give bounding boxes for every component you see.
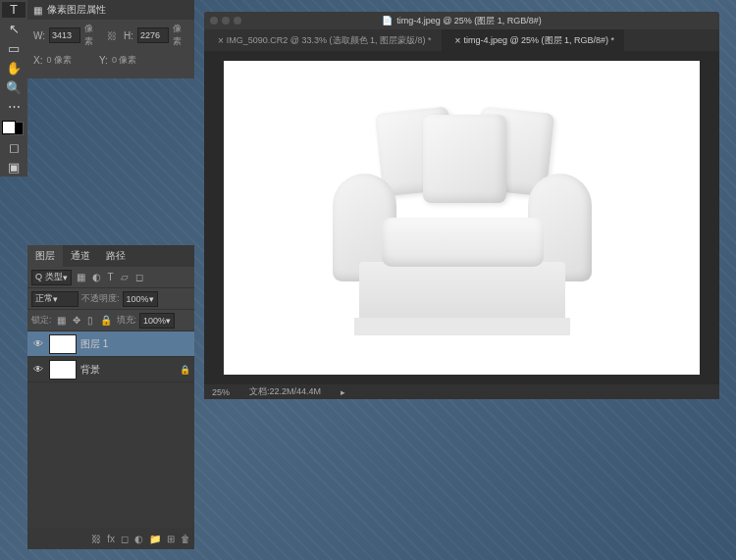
height-input[interactable] (137, 27, 169, 43)
close-dot-icon[interactable] (210, 17, 218, 25)
tools-toolbar: T ↖ ▭ ✋ 🔍 ⋯ ◻ ▣ (0, 0, 27, 177)
layer-row[interactable]: 👁 图层 1 (27, 331, 194, 357)
color-swatches[interactable] (2, 121, 24, 136)
layers-panel: 图层 通道 路径 Q 类型 ▾ ▦ ◐ T ▱ ◻ 正常 ▾ 不透明度: 100… (27, 245, 194, 549)
layer-mask-icon[interactable]: ◻ (121, 534, 129, 544)
layer-row[interactable]: 👁 背景 🔒 (27, 357, 194, 382)
opacity-label: 不透明度: (81, 292, 120, 305)
lock-icon: 🔒 (180, 365, 190, 375)
width-input[interactable] (49, 27, 80, 43)
x-value: 0 像素 (46, 54, 72, 67)
visibility-icon[interactable]: 👁 (31, 364, 45, 375)
visibility-icon[interactable]: 👁 (31, 338, 45, 349)
width-unit: 像素 (84, 23, 100, 48)
new-layer-icon[interactable]: ⊞ (167, 534, 175, 544)
lock-label: 锁定: (31, 314, 52, 327)
layer-list: 👁 图层 1 👁 背景 🔒 (27, 331, 194, 528)
text-tool[interactable]: T (2, 2, 26, 18)
lock-pixels-icon[interactable]: ▦ (55, 315, 68, 326)
document-icon: 📄 (382, 16, 393, 25)
tab-channels[interactable]: 通道 (63, 245, 98, 267)
minimize-dot-icon[interactable] (222, 17, 230, 25)
blend-mode-select[interactable]: 正常 ▾ (31, 291, 79, 307)
tab-label: IMG_5090.CR2 @ 33.3% (选取颜色 1, 图层蒙版/8) * (227, 34, 432, 47)
height-unit: 像素 (173, 23, 188, 48)
pixel-layer-icon: ▦ (33, 5, 42, 16)
close-icon[interactable]: × (455, 35, 461, 46)
statusbar-chevron-icon[interactable]: ▸ (341, 387, 345, 397)
delete-layer-icon[interactable]: 🗑 (181, 534, 190, 544)
adjustment-layer-icon[interactable]: ◐ (134, 534, 143, 544)
hand-tool[interactable]: ✋ (2, 60, 26, 76)
y-label: Y: (99, 55, 108, 66)
filter-smart-icon[interactable]: ◻ (133, 272, 145, 282)
close-icon[interactable]: × (218, 35, 224, 46)
layers-footer: ⛓ fx ◻ ◐ 📁 ⊞ 🗑 (27, 528, 194, 549)
fill-input[interactable]: 100% ▾ (139, 313, 175, 329)
height-label: H: (124, 30, 133, 41)
canvas[interactable] (224, 61, 700, 375)
lock-artboard-icon[interactable]: ▯ (85, 315, 95, 326)
document-size: 文档:22.2M/44.4M (249, 385, 321, 398)
fill-label: 填充: (117, 314, 137, 327)
zoom-tool[interactable]: 🔍 (2, 79, 26, 95)
layer-thumbnail[interactable] (49, 360, 77, 380)
layer-name: 背景 (80, 363, 100, 377)
tab-paths[interactable]: 路径 (98, 245, 133, 267)
shape-tool[interactable]: ▭ (2, 41, 26, 57)
tab-layers[interactable]: 图层 (27, 245, 63, 267)
zoom-level[interactable]: 25% (212, 387, 230, 397)
kind-filter[interactable]: Q 类型 ▾ (31, 270, 72, 285)
quick-mask-icon[interactable]: ◻ (2, 139, 26, 155)
layer-name: 图层 1 (80, 337, 108, 351)
sofa-image (325, 100, 600, 335)
status-bar: 25% 文档:22.2M/44.4M ▸ (204, 384, 719, 399)
tab-label: timg-4.jpeg @ 25% (图层 1, RGB/8#) * (463, 34, 614, 47)
link-layers-icon[interactable]: ⛓ (91, 534, 101, 544)
window-title: timg-4.jpeg @ 25% (图层 1, RGB/8#) (396, 15, 542, 27)
document-tab[interactable]: × IMG_5090.CR2 @ 33.3% (选取颜色 1, 图层蒙版/8) … (204, 29, 442, 51)
document-tabs: × IMG_5090.CR2 @ 33.3% (选取颜色 1, 图层蒙版/8) … (204, 29, 719, 51)
opacity-input[interactable]: 100% ▾ (123, 291, 158, 307)
edit-toolbar-icon[interactable]: ⋯ (2, 99, 26, 115)
screen-mode-icon[interactable]: ▣ (2, 159, 26, 175)
filter-type-icon[interactable]: T (106, 272, 116, 282)
window-titlebar[interactable]: 📄 timg-4.jpeg @ 25% (图层 1, RGB/8#) (204, 12, 719, 29)
layer-thumbnail[interactable] (49, 334, 77, 354)
x-label: X: (33, 55, 42, 66)
lock-all-icon[interactable]: 🔒 (98, 315, 114, 326)
filter-shape-icon[interactable]: ▱ (119, 272, 131, 282)
properties-header: ▦ 像素图层属性 (27, 0, 194, 20)
maximize-dot-icon[interactable] (234, 17, 241, 25)
path-tool[interactable]: ↖ (2, 22, 26, 37)
y-value: 0 像素 (112, 54, 137, 67)
properties-title: 像素图层属性 (47, 3, 106, 17)
link-wh-icon[interactable]: ⛓ (107, 30, 117, 41)
filter-pixel-icon[interactable]: ▦ (75, 272, 87, 282)
layers-tabs: 图层 通道 路径 (27, 245, 194, 267)
document-tab[interactable]: × timg-4.jpeg @ 25% (图层 1, RGB/8#) * (442, 29, 625, 51)
width-label: W: (33, 30, 45, 41)
filter-adjust-icon[interactable]: ◐ (90, 272, 103, 282)
properties-panel: ▦ 像素图层属性 W: 像素 ⛓ H: 像素 X: 0 像素 Y: 0 像素 (27, 0, 194, 78)
document-window: 📄 timg-4.jpeg @ 25% (图层 1, RGB/8#) × IMG… (204, 12, 719, 399)
canvas-area[interactable] (204, 51, 719, 384)
layer-style-icon[interactable]: fx (107, 534, 115, 544)
lock-position-icon[interactable]: ✥ (71, 315, 82, 326)
group-icon[interactable]: 📁 (149, 534, 161, 544)
